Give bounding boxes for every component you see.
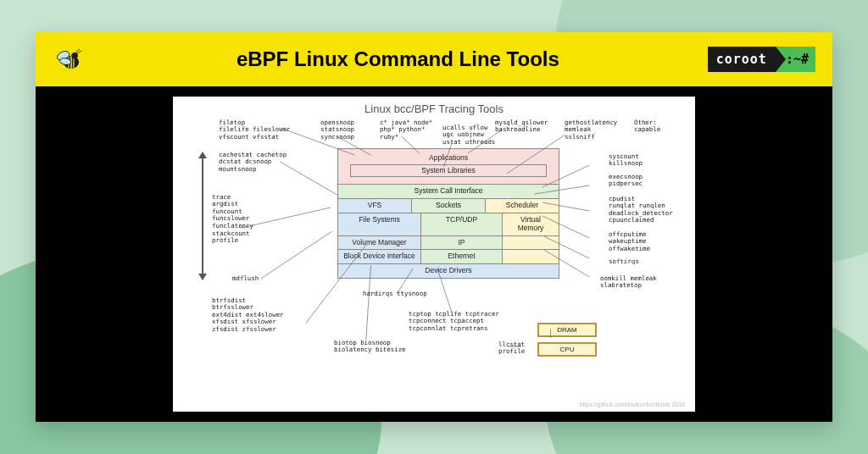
lbl-hardirqs: hardirqs ttysnoop bbox=[363, 291, 427, 298]
logo-name: coroot bbox=[708, 47, 776, 72]
lbl-tcptop: tcptop tcplife tcptracer tcpconnect tcpa… bbox=[409, 311, 499, 333]
ebpf-bee-icon bbox=[53, 42, 88, 77]
slide-title: eBPF Linux Command Line Tools bbox=[105, 47, 691, 71]
lbl-mdflush: mdflush bbox=[232, 275, 259, 283]
lbl-cpudist: cpudist runqlat runqlen deadlock_detecto… bbox=[609, 196, 673, 224]
hw-cpu: CPU bbox=[537, 342, 597, 357]
vertical-span-arrow-icon bbox=[198, 157, 209, 275]
logo-arrow-icon bbox=[776, 47, 786, 72]
lbl-cachestat: cachestat cachetop dcstat dcsnoop mounts… bbox=[219, 152, 287, 174]
lbl-offcpu: offcputime wakeuptime offwaketime bbox=[609, 231, 650, 253]
diagram-title: Linux bcc/BPF Tracing Tools bbox=[185, 103, 683, 116]
layer-scheduler: Scheduler bbox=[486, 199, 559, 213]
layer-system-call-interface: System Call Interface bbox=[338, 185, 559, 198]
lbl-btrfs: btrfsdist btrfsslower ext4dist ext4slowe… bbox=[212, 297, 284, 334]
lbl-execsnoop: execsnoop pidpersec bbox=[609, 174, 643, 188]
lbl-softirqs: softirqs bbox=[609, 258, 639, 266]
lbl-oomkill: oomkill memleak slabratetop bbox=[600, 275, 657, 290]
logo-prompt: :~# bbox=[786, 47, 815, 72]
slide-body: Linux bcc/BPF Tracing Tools Applications… bbox=[36, 86, 832, 422]
layer-applications: Applications bbox=[338, 149, 559, 164]
slide-header: eBPF Linux Command Line Tools coroot :~# bbox=[36, 32, 832, 86]
coroot-logo: coroot :~# bbox=[708, 47, 815, 72]
diagram-layout: Applications System Libraries System Cal… bbox=[185, 123, 683, 394]
lbl-ucalls: ucalls uflow ugc uobjnew ustat uthreads bbox=[442, 125, 495, 147]
hardware-block: DRAM CPU bbox=[537, 323, 597, 357]
layer-ethernet: Ethernet bbox=[421, 250, 503, 263]
lbl-langs: c* java* node* php* python* ruby* bbox=[380, 119, 432, 141]
lbl-gethost: gethostlatency memleak sslsniff bbox=[565, 119, 617, 141]
lbl-opensnoop: opensnoop statsnoop syncsnoop bbox=[320, 119, 354, 141]
hw-dram: DRAM bbox=[537, 323, 597, 337]
svg-point-3 bbox=[71, 53, 78, 59]
layer-sockets: Sockets bbox=[412, 199, 486, 213]
lbl-trace: trace argdist funcount funcslower funcla… bbox=[212, 194, 253, 245]
layer-vfs: VFS bbox=[338, 199, 412, 213]
diagram-slide: Linux bcc/BPF Tracing Tools Applications… bbox=[173, 97, 695, 412]
kernel-layer-stack: Applications System Libraries System Cal… bbox=[337, 148, 559, 279]
credit-text: https://github.com/iovisor/bccttools 201… bbox=[579, 401, 685, 408]
layer-system-libraries: System Libraries bbox=[350, 164, 547, 178]
layer-volume-manager: Volume Manager bbox=[338, 236, 421, 250]
layer-device-drivers: Device Drivers bbox=[338, 264, 559, 278]
lbl-other: Other: capable bbox=[634, 119, 660, 134]
layer-tcp-udp: TCP/UDP bbox=[421, 213, 503, 235]
layer-file-systems: File Systems bbox=[338, 213, 421, 235]
presentation-card: eBPF Linux Command Line Tools coroot :~#… bbox=[36, 32, 832, 422]
lbl-llcstat: llcstat profile bbox=[498, 341, 525, 356]
layer-block-device-interface: Block Device Interface bbox=[338, 250, 421, 263]
lbl-biotop: biotop biosnoop biolatency bitesize bbox=[334, 340, 406, 354]
layer-ip: IP bbox=[421, 236, 503, 250]
layer-virtual-memory: Virtual Memory bbox=[503, 213, 559, 235]
lbl-mysqld: mysqld_qslower bashreadline bbox=[495, 119, 548, 134]
lbl-syscount: syscount killsnoop bbox=[609, 153, 643, 168]
lbl-filetop: filetop filelife fileslower vfscount vfs… bbox=[219, 119, 291, 141]
